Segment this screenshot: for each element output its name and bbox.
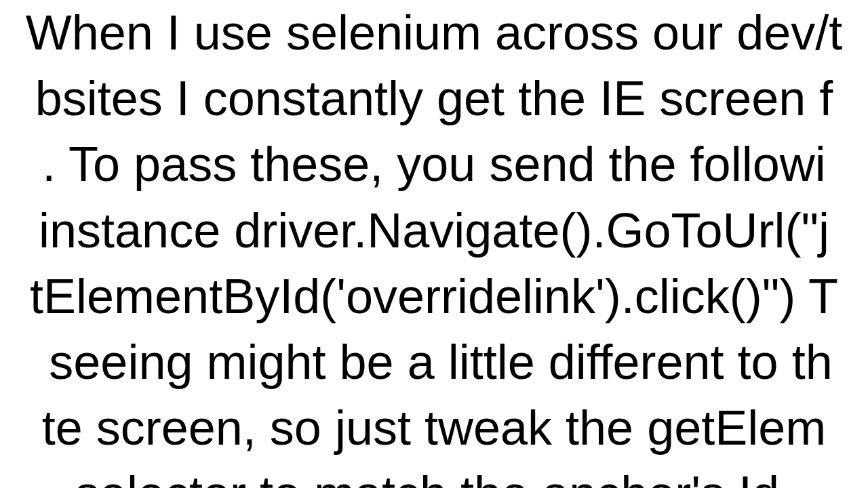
body-text: When I use selenium across our dev/t bsi… xyxy=(0,0,868,488)
